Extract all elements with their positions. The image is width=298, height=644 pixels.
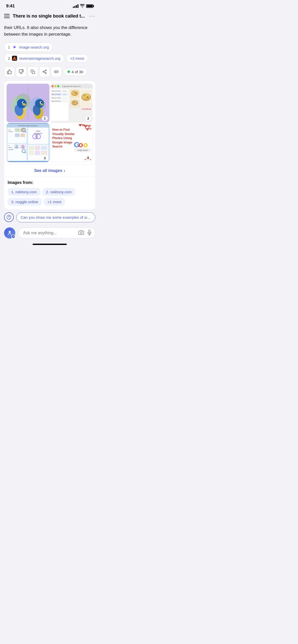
see-all-images-button[interactable]: See all images ›	[4, 165, 95, 177]
svg-rect-101	[35, 151, 40, 155]
svg-rect-7	[32, 71, 35, 74]
svg-point-21	[23, 102, 24, 103]
home-indicator	[0, 242, 99, 246]
svg-point-34	[54, 85, 56, 87]
svg-text:find similar images and photos: find similar images and photos	[18, 125, 38, 126]
content-area: their URLs. It also shows you the differ…	[0, 22, 99, 209]
svg-marker-13	[55, 70, 56, 73]
thumbs-down-button[interactable]	[16, 66, 26, 77]
svg-point-86	[22, 145, 24, 147]
svg-point-26	[35, 99, 44, 108]
svg-text:32 kb: 32 kb	[63, 94, 66, 95]
svg-point-22	[22, 103, 26, 106]
image-cell-num-1: 1	[42, 116, 47, 121]
svg-rect-97	[29, 146, 34, 150]
status-icons	[73, 4, 93, 8]
svg-point-87	[21, 147, 25, 149]
more-sources-badge[interactable]: +3 more	[66, 54, 88, 63]
progress-badge: 4 of 30	[64, 68, 87, 76]
svg-text:34 kb: 34 kb	[63, 91, 66, 92]
suggestion-bar: Can you show me some examples of similar…	[0, 209, 99, 225]
svg-text:IMG_989.JPG: IMG_989.JPG	[51, 100, 60, 102]
image-cell-3[interactable]: find similar images and photos pic simil…	[7, 123, 49, 162]
image-card: 1 Duplicate File Finder Pro	[4, 81, 95, 209]
svg-point-61	[84, 95, 85, 96]
image-cell-num-2: 2	[86, 116, 91, 121]
source-links: 1 image-search.org 2	[4, 42, 95, 63]
source-link-1[interactable]: 1 image-search.org	[4, 42, 53, 52]
source-tags: 1. nektony.com 2. nektony.com 3. noggle.…	[8, 188, 92, 206]
svg-text:IMG_975.JPG: IMG_975.JPG	[51, 90, 60, 92]
svg-text:similar: similar	[8, 131, 12, 132]
svg-text:or: or	[8, 145, 10, 147]
image-grid: 1 Duplicate File Finder Pro	[4, 81, 95, 162]
image-cell-2[interactable]: Duplicate File Finder Pro IMG_975.JPG 34…	[50, 84, 93, 122]
svg-text:How to Find: How to Find	[52, 128, 70, 131]
source-num-1: 1	[8, 45, 10, 49]
svg-rect-100	[29, 151, 34, 155]
svg-point-51	[72, 91, 77, 95]
avatar-plus-icon: +	[11, 235, 15, 239]
svg-text:3 similar ▶: 3 similar ▶	[81, 108, 91, 110]
signal-icon	[73, 4, 78, 8]
battery-icon	[86, 4, 93, 8]
svg-point-52	[73, 92, 75, 93]
progress-dot	[67, 70, 70, 73]
source-tag-3[interactable]: 3. noggle.online	[8, 198, 42, 206]
svg-point-95	[36, 136, 37, 137]
svg-text:Photo: Photo	[36, 130, 40, 132]
input-icons	[78, 230, 92, 236]
status-time: 9:41	[6, 4, 15, 9]
svg-point-28	[41, 102, 42, 103]
status-bar: 9:41	[0, 0, 99, 11]
see-all-label: See all images	[34, 168, 62, 173]
more-options-button[interactable]: ···	[89, 13, 95, 19]
svg-text:Visually Similar: Visually Similar	[52, 132, 75, 136]
svg-point-56	[72, 100, 77, 104]
source-link-2[interactable]: 2 reverseimagesearch.org	[4, 54, 64, 63]
source-row-1: 1 image-search.org	[4, 42, 95, 52]
share-button[interactable]	[39, 66, 50, 77]
svg-text:Photos Using: Photos Using	[52, 137, 72, 140]
svg-rect-75	[20, 134, 25, 137]
svg-rect-102	[41, 151, 47, 155]
svg-rect-74	[15, 134, 20, 137]
svg-text:IMG_976.JPG: IMG_976.JPG	[51, 94, 60, 95]
source-tag-more[interactable]: +1 more	[44, 198, 65, 206]
source-favicon-2	[12, 56, 17, 61]
camera-icon[interactable]	[78, 230, 84, 236]
intro-text: their URLs. It also shows you the differ…	[4, 22, 95, 42]
chevron-right-icon: ›	[64, 168, 65, 173]
action-bar: 4 of 30	[4, 66, 95, 77]
microphone-icon[interactable]	[87, 230, 92, 236]
chat-avatar[interactable]: +	[4, 227, 15, 239]
svg-text:photos: photos	[8, 147, 12, 149]
progress-text: 4 of 30	[72, 70, 83, 74]
image-cell-1[interactable]: 1	[7, 84, 49, 122]
thumbs-up-button[interactable]	[4, 66, 15, 77]
wifi-icon	[80, 4, 85, 8]
hamburger-menu-button[interactable]	[4, 14, 10, 18]
copy-button[interactable]	[28, 66, 38, 77]
svg-text:→: →	[19, 130, 21, 133]
svg-point-63	[85, 98, 86, 99]
suggestion-text[interactable]: Can you show me some examples of similar…	[16, 212, 95, 222]
svg-text:Search: Search	[52, 145, 62, 149]
suggestion-bubble: Can you show me some examples of similar…	[4, 212, 95, 222]
source-tag-2[interactable]: 2. nektony.com	[43, 188, 75, 196]
speaker-button[interactable]	[51, 66, 62, 77]
image-cell-4[interactable]: How to Find Visually Similar Photos Usin…	[50, 123, 93, 162]
source-tag-1[interactable]: 1. nektony.com	[8, 188, 40, 196]
input-wrapper	[18, 228, 95, 238]
svg-point-84	[15, 147, 18, 149]
svg-text:Duplicate File Finder Pro: Duplicate File Finder Pro	[62, 85, 80, 87]
suggestion-icon	[4, 212, 14, 222]
svg-rect-98	[35, 146, 40, 150]
svg-text:o: o	[78, 140, 83, 149]
svg-text:storage?: storage?	[8, 149, 13, 150]
svg-point-123	[9, 231, 11, 233]
input-bar: +	[0, 225, 99, 242]
svg-text:Image Search: Image Search	[77, 149, 88, 151]
svg-line-11	[44, 72, 45, 73]
source-domain-1: image-search.org	[19, 45, 49, 49]
